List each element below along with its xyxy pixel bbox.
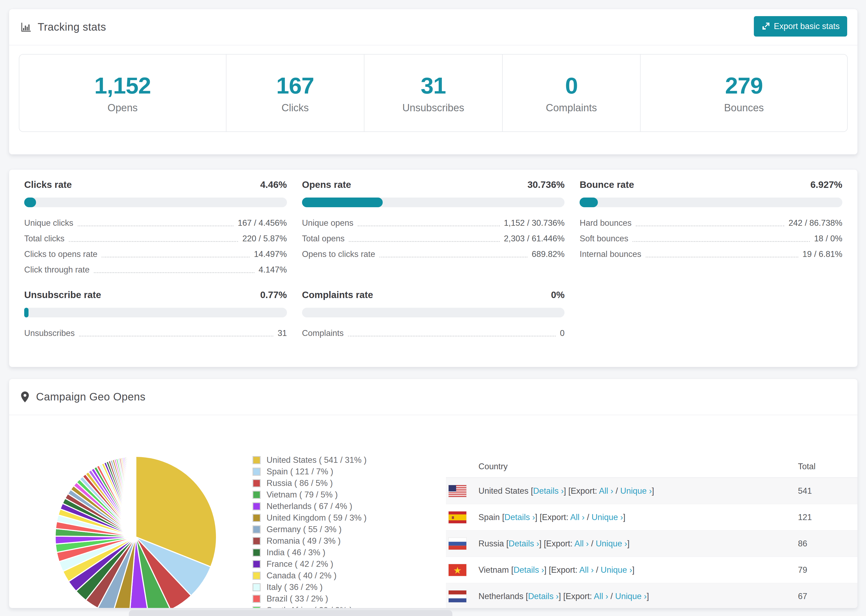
export-unique-link[interactable]: Unique › [596, 539, 627, 548]
complaints-rate-bar [302, 308, 565, 317]
legend-swatch [252, 595, 261, 603]
total-column-header: Total [798, 462, 857, 471]
rate-row: Click through rate4.147% [24, 262, 287, 278]
geo-table: Country Total United States [Details ›] … [446, 456, 857, 608]
total-cell: 67 [798, 592, 857, 601]
geo-pie-chart[interactable] [51, 453, 220, 608]
table-row-nl: Netherlands [Details ›] [Export: All › /… [446, 583, 857, 608]
legend-swatch [252, 583, 261, 591]
legend-item[interactable]: Italy ( 36 / 2% ) [252, 583, 367, 591]
complaints-rate-value: 0% [551, 289, 565, 300]
rates-card: Clicks rate4.46% Unique clicks167 / 4.45… [9, 169, 858, 367]
legend-swatch [252, 468, 261, 476]
export-all-link[interactable]: All › [575, 539, 589, 548]
legend-item[interactable]: France ( 42 / 2% ) [252, 560, 367, 568]
stat-value: 1,152 [94, 72, 151, 99]
us-flag-icon [449, 485, 466, 497]
rate-row: Unique clicks167 / 4.456% [24, 215, 287, 231]
total-cell: 121 [798, 512, 857, 522]
country-cell: United States [Details ›] [Export: All ›… [479, 486, 798, 496]
legend-item[interactable]: Vietnam ( 79 / 5% ) [252, 491, 367, 499]
table-row-us: United States [Details ›] [Export: All ›… [446, 478, 857, 504]
geo-table-header: Country Total [446, 456, 857, 478]
stat-value: 31 [420, 72, 446, 99]
legend-label: Romania ( 49 / 3% ) [266, 536, 341, 546]
legend-item[interactable]: India ( 46 / 3% ) [252, 548, 367, 556]
legend-item[interactable]: Spain ( 121 / 7% ) [252, 468, 367, 476]
legend-label: France ( 42 / 2% ) [266, 559, 333, 569]
rates-grid: Clicks rate4.46% Unique clicks167 / 4.45… [9, 170, 857, 351]
export-unique-link[interactable]: Unique › [615, 592, 647, 601]
total-cell: 541 [798, 486, 857, 496]
legend-item[interactable]: Russia ( 86 / 5% ) [252, 479, 367, 487]
export-unique-link[interactable]: Unique › [601, 565, 632, 575]
legend-label: Italy ( 36 / 2% ) [266, 582, 323, 592]
country-name: Vietnam [479, 565, 509, 575]
country-cell: Spain [Details ›] [Export: All › / Uniqu… [479, 512, 798, 522]
stat-value: 0 [565, 72, 578, 99]
legend-item[interactable]: South Africa ( 29 / 2% ) [252, 606, 367, 608]
clicks-rate-value: 4.46% [260, 179, 287, 190]
legend-swatch [252, 548, 261, 556]
details-link[interactable]: Details › [513, 565, 544, 575]
rate-row: Total clicks220 / 5.87% [24, 231, 287, 247]
rate-row: Complaints0 [302, 325, 565, 341]
legend-swatch [252, 491, 261, 499]
pie-slice[interactable] [135, 456, 136, 537]
summary-stat-clicks: 167Clicks [227, 55, 365, 131]
stat-value: 167 [276, 72, 314, 99]
export-all-link[interactable]: All › [570, 512, 584, 522]
export-icon [761, 22, 770, 31]
summary-stat-bounces: 279Bounces [641, 55, 847, 131]
legend-item[interactable]: Brazil ( 33 / 2% ) [252, 595, 367, 603]
complaints-rate-block: Complaints rate0% Complaints0 [302, 289, 565, 341]
tracking-stats-header: Tracking stats Export basic stats [9, 9, 857, 46]
legend-label: Canada ( 40 / 2% ) [266, 571, 337, 580]
table-row-vn: Vietnam [Details ›] [Export: All › / Uni… [446, 557, 857, 583]
export-unique-link[interactable]: Unique › [591, 512, 623, 522]
legend-label: Russia ( 86 / 5% ) [266, 478, 333, 488]
opens-rate-block: Opens rate30.736% Unique opens1,152 / 30… [302, 179, 565, 278]
legend-item[interactable]: Netherlands ( 67 / 4% ) [252, 502, 367, 511]
stat-label: Bounces [724, 102, 764, 114]
country-name: Spain [479, 512, 500, 522]
page-title: Tracking stats [38, 21, 106, 33]
rate-row: Clicks to opens rate14.497% [24, 247, 287, 262]
rate-row: Internal bounces19 / 6.81% [579, 247, 842, 262]
unsubscribe-rate-block: Unsubscribe rate0.77% Unsubscribes31 [24, 289, 287, 341]
legend-swatch [252, 502, 261, 511]
total-cell: 86 [798, 539, 857, 548]
legend-label: Spain ( 121 / 7% ) [266, 467, 333, 476]
table-row-es: Spain [Details ›] [Export: All › / Uniqu… [446, 504, 857, 531]
legend-item[interactable]: Romania ( 49 / 3% ) [252, 537, 367, 545]
geo-body: United States ( 541 / 31% )Spain ( 121 /… [9, 415, 857, 608]
total-cell: 79 [798, 565, 857, 575]
legend-item[interactable]: Germany ( 55 / 3% ) [252, 525, 367, 533]
nl-flag-icon [449, 591, 466, 602]
legend-item[interactable]: Canada ( 40 / 2% ) [252, 572, 367, 580]
country-cell: Vietnam [Details ›] [Export: All › / Uni… [479, 565, 798, 575]
geo-header: Campaign Geo Opens [9, 379, 857, 415]
details-link[interactable]: Details › [533, 486, 564, 496]
legend-item[interactable]: United Kingdom ( 59 / 3% ) [252, 514, 367, 522]
details-link[interactable]: Details › [509, 539, 539, 548]
unsubscribe-rate-title: Unsubscribe rate [24, 289, 101, 300]
details-link[interactable]: Details › [505, 512, 535, 522]
vn-flag-icon [449, 564, 466, 576]
table-row-ru: Russia [Details ›] [Export: All › / Uniq… [446, 531, 857, 557]
complaints-rate-title: Complaints rate [302, 289, 373, 300]
bounce-rate-block: Bounce rate6.927% Hard bounces242 / 86.7… [579, 179, 842, 278]
export-all-link[interactable]: All › [599, 486, 613, 496]
geo-opens-card: Campaign Geo Opens United States ( 541 /… [9, 379, 858, 608]
tracking-stats-card: Tracking stats Export basic stats 1,152O… [9, 9, 858, 154]
rate-row: Opens to clicks rate689.82% [302, 247, 565, 262]
export-unique-link[interactable]: Unique › [620, 486, 652, 496]
export-basic-stats-button[interactable]: Export basic stats [754, 16, 847, 36]
export-all-link[interactable]: All › [594, 592, 608, 601]
es-flag-icon [449, 511, 466, 523]
horizontal-scrollbar-thumb[interactable] [129, 610, 452, 616]
legend-item[interactable]: United States ( 541 / 31% ) [252, 456, 367, 464]
clicks-rate-bar [24, 198, 287, 207]
details-link[interactable]: Details › [528, 592, 559, 601]
export-all-link[interactable]: All › [579, 565, 594, 575]
